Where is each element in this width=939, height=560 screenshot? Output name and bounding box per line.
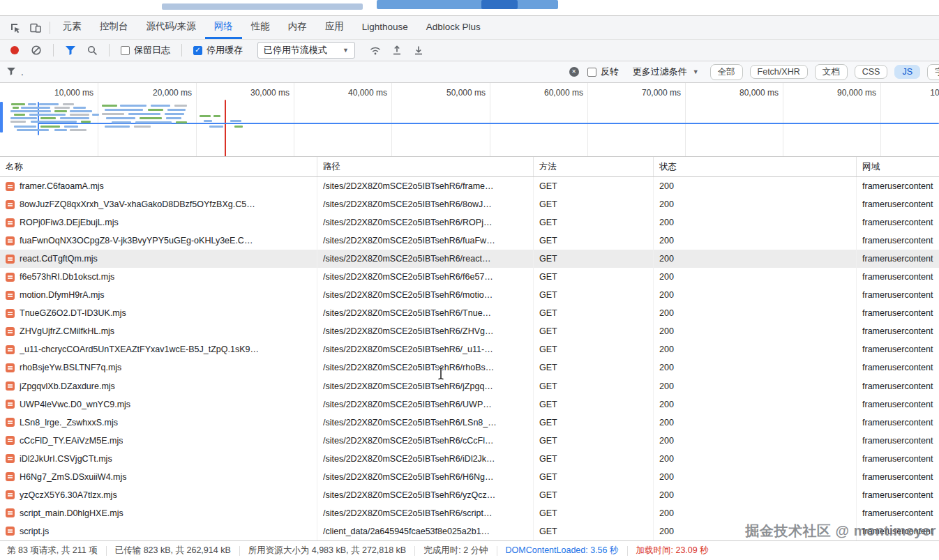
devtools-tab[interactable]: 网络 bbox=[205, 16, 242, 39]
table-row[interactable]: ROPj0Fiw3.DEjEbujL.mjs /sites/2D2X8Z0mSC… bbox=[0, 213, 939, 232]
request-path: /sites/2D2X8Z0mSCE2o5IBTsehR6/LSn8_… bbox=[323, 418, 497, 427]
record-button[interactable] bbox=[6, 42, 23, 59]
request-status: 200 bbox=[659, 363, 674, 372]
request-timing-bar bbox=[10, 121, 26, 123]
devtools-tab[interactable]: 性能 bbox=[242, 16, 279, 39]
request-path: /client_data/2a645945fcae53f8e025a2b1… bbox=[323, 527, 490, 536]
network-filter-bar: . ✕ 反转 更多过滤条件 ▼ 全部 Fetch/XHR 文档 CSS JS 字… bbox=[0, 61, 939, 83]
cell-domain: framerusercontent.com bbox=[857, 486, 939, 504]
column-header[interactable]: 名称 bbox=[0, 157, 317, 176]
table-row[interactable]: f6e573hRI.Db1oksct.mjs /sites/2D2X8Z0mSC… bbox=[0, 268, 939, 286]
devtools-tab[interactable]: Adblock Plus bbox=[417, 16, 490, 39]
throttling-select[interactable]: 已停用节流模式 ▼ bbox=[257, 42, 355, 59]
request-timing-bar bbox=[225, 100, 226, 157]
request-path: /sites/2D2X8Z0mSCE2o5IBTsehR6/iDl2Jk… bbox=[323, 454, 495, 464]
request-type-pill[interactable]: Fetch/XHR bbox=[750, 65, 808, 79]
column-header[interactable]: 路径 bbox=[317, 157, 534, 176]
filter-input[interactable]: . bbox=[21, 67, 564, 77]
request-method: GET bbox=[539, 472, 557, 482]
devtools-tab[interactable]: 控制台 bbox=[91, 16, 137, 39]
clear-filter-icon[interactable]: ✕ bbox=[569, 67, 579, 77]
table-row[interactable]: rhoBsjeYw.BSLTNF7q.mjs /sites/2D2X8Z0mSC… bbox=[0, 358, 939, 377]
request-type-pill[interactable]: 文档 bbox=[815, 64, 848, 80]
js-file-icon bbox=[6, 218, 15, 227]
table-row[interactable]: react.CdTgftQm.mjs /sites/2D2X8Z0mSCE2o5… bbox=[0, 250, 939, 268]
table-row[interactable]: script_main.D0hlgHXE.mjs /sites/2D2X8Z0m… bbox=[0, 504, 939, 522]
request-domain: framerusercontent.com bbox=[862, 181, 933, 191]
table-row[interactable]: jZpgqvlXb.DZaxdure.mjs /sites/2D2X8Z0mSC… bbox=[0, 377, 939, 395]
table-row[interactable]: 8owJuzFZQ8qxXrxh_V3aV-xhaGakoD8DBzf5OYfz… bbox=[0, 195, 939, 213]
search-icon[interactable] bbox=[84, 42, 100, 59]
clear-button[interactable] bbox=[28, 42, 45, 59]
request-name: iDl2JkUrI.CSVjgCTt.mjs bbox=[20, 454, 112, 464]
cell-method: GET bbox=[534, 213, 654, 232]
devtools-tab[interactable]: 应用 bbox=[316, 16, 353, 39]
device-toolbar-icon[interactable] bbox=[25, 18, 46, 38]
request-type-pill[interactable]: 全部 bbox=[710, 64, 743, 80]
request-status: 200 bbox=[659, 472, 674, 482]
request-name: UWP4leVwc.D0_wnYC9.mjs bbox=[20, 400, 130, 409]
network-conditions-icon[interactable] bbox=[367, 42, 384, 59]
request-domain: framerusercontent.com bbox=[862, 345, 933, 354]
table-row[interactable]: LSn8_lrge._ZswhxxS.mjs /sites/2D2X8Z0mSC… bbox=[0, 414, 939, 432]
cell-domain: framerusercontent.com bbox=[857, 450, 939, 468]
status-separator bbox=[106, 546, 107, 556]
cell-method: GET bbox=[534, 340, 654, 358]
cell-name: ROPj0Fiw3.DEjEbujL.mjs bbox=[0, 213, 317, 232]
devtools-tab[interactable]: 内存 bbox=[279, 16, 316, 39]
request-timing-bar bbox=[54, 107, 70, 109]
cell-method: GET bbox=[534, 195, 654, 213]
devtools-tab[interactable]: 元素 bbox=[54, 16, 91, 39]
table-row[interactable]: yzQczX5Y6.30A7tlzx.mjs /sites/2D2X8Z0mSC… bbox=[0, 486, 939, 504]
column-header[interactable]: 网域 bbox=[857, 157, 939, 176]
network-requests-table: 名称 路径 方法 状态 网域 framer.C6faoamA.mjs /site… bbox=[0, 157, 939, 540]
request-type-pill[interactable]: JS bbox=[894, 65, 920, 79]
inspect-element-icon[interactable] bbox=[4, 18, 25, 38]
more-filters-dropdown[interactable]: 更多过滤条件 ▼ bbox=[633, 66, 699, 78]
table-row[interactable]: script.js /client_data/2a645945fcae53f8e… bbox=[0, 522, 939, 540]
status-separator bbox=[414, 546, 415, 556]
network-overview-timeline[interactable]: 10,000 ms20,000 ms30,000 ms40,000 ms50,0… bbox=[0, 83, 939, 157]
table-row[interactable]: H6Ng7_ZmS.DSxuiiW4.mjs /sites/2D2X8Z0mSC… bbox=[0, 468, 939, 486]
devtools-tab[interactable]: 源代码/来源 bbox=[137, 16, 205, 39]
table-row[interactable]: motion.DfymH9rA.mjs /sites/2D2X8Z0mSCE2o… bbox=[0, 286, 939, 304]
cell-path: /sites/2D2X8Z0mSCE2o5IBTsehR6/fuaFw… bbox=[317, 232, 534, 250]
table-row[interactable]: framer.C6faoamA.mjs /sites/2D2X8Z0mSCE2o… bbox=[0, 177, 939, 195]
overview-bars bbox=[0, 83, 939, 156]
request-timing-bar bbox=[167, 109, 186, 111]
request-path: /sites/2D2X8Z0mSCE2o5IBTsehR6/cCcFl… bbox=[323, 436, 494, 446]
table-row[interactable]: UWP4leVwc.D0_wnYC9.mjs /sites/2D2X8Z0mSC… bbox=[0, 395, 939, 414]
request-type-pill[interactable]: 字体 bbox=[927, 64, 939, 80]
table-row[interactable]: fuaFwnOqNX3OCpgZ8-V-jk3BvyYPY5uGEg-oKHLy… bbox=[0, 232, 939, 250]
export-har-icon[interactable] bbox=[410, 42, 427, 59]
column-header[interactable]: 方法 bbox=[534, 157, 654, 176]
request-timing-bar bbox=[10, 110, 51, 112]
request-method: GET bbox=[539, 290, 557, 300]
table-row[interactable]: _u11-chcrycCOArd5UnTXEAZtFYxav1wcE-B5J_t… bbox=[0, 340, 939, 358]
import-har-icon[interactable] bbox=[389, 42, 405, 59]
column-header-label: 网域 bbox=[862, 161, 880, 173]
request-timing-bar bbox=[17, 129, 49, 131]
request-path: /sites/2D2X8Z0mSCE2o5IBTsehR6/motio… bbox=[323, 290, 493, 300]
filter-toggle-icon[interactable] bbox=[62, 42, 79, 59]
preserve-log-checkbox[interactable]: 保留日志 bbox=[121, 44, 170, 56]
invert-filter-checkbox[interactable]: 反转 bbox=[587, 66, 619, 78]
request-name: fuaFwnOqNX3OCpgZ8-V-jk3BvyYPY5uGEg-oKHLy… bbox=[20, 236, 253, 245]
tab-label: Adblock Plus bbox=[426, 22, 481, 32]
devtools-tab[interactable]: Lighthouse bbox=[353, 16, 417, 39]
js-file-icon bbox=[6, 309, 15, 318]
table-row[interactable]: ZHVgUjfrZ.CMilfkHL.mjs /sites/2D2X8Z0mSC… bbox=[0, 322, 939, 340]
load-time: 加载时间: 23.09 秒 bbox=[636, 545, 709, 557]
request-type-pill[interactable]: CSS bbox=[855, 65, 888, 79]
disable-cache-checkbox[interactable]: ✓ 停用缓存 bbox=[193, 44, 243, 56]
divider bbox=[109, 44, 110, 56]
js-file-icon bbox=[6, 327, 15, 336]
table-row[interactable]: iDl2JkUrI.CSVjgCTt.mjs /sites/2D2X8Z0mSC… bbox=[0, 450, 939, 468]
request-method: GET bbox=[539, 436, 557, 446]
cell-name: script.js bbox=[0, 522, 317, 540]
divider bbox=[50, 22, 50, 34]
column-header[interactable]: 状态 bbox=[654, 157, 857, 176]
table-row[interactable]: TnueGZ6O2.DT-ID3UK.mjs /sites/2D2X8Z0mSC… bbox=[0, 304, 939, 322]
table-row[interactable]: cCcFlD_TY.EAiVzM5E.mjs /sites/2D2X8Z0mSC… bbox=[0, 432, 939, 450]
request-domain: framerusercontent.com bbox=[862, 527, 933, 536]
